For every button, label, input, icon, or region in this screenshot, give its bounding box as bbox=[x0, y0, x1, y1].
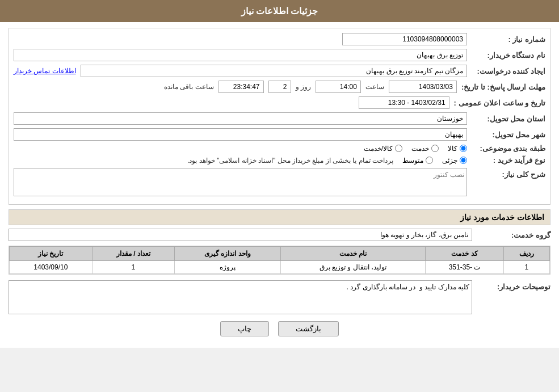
tarikh-saat-elan-label: تاریخ و ساعت اعلان عمومی : bbox=[454, 99, 545, 107]
main-form-section: شماره نیاز : نام دستگاه خریدار: ایجاد کن… bbox=[9, 28, 550, 205]
shomare-niaz-row: شماره نیاز : bbox=[14, 33, 545, 45]
col-nam-khedmat: نام خدمت bbox=[280, 247, 426, 261]
services-table-container: ردیف کد خدمت نام خدمت واحد اندازه گیری ت… bbox=[9, 246, 550, 275]
grohe-khedmat-row: گروه خدمت: bbox=[9, 229, 550, 241]
col-tedad: تعداد / مقدار bbox=[92, 247, 175, 261]
ijad-konande-row: ایجاد کننده درخواست: اطلاعات تماس خریدار bbox=[14, 65, 545, 77]
nam-dastgah-input[interactable] bbox=[14, 49, 467, 61]
sharh-koli-row: شرح کلی نیاز: bbox=[14, 168, 545, 196]
col-kod-khedmat: کد خدمت bbox=[426, 247, 503, 261]
noe-farayand-row: نوع فرآیند خرید : جزئی متوسط پرداخت تمام… bbox=[14, 156, 545, 165]
grohe-khedmat-label: گروه خدمت: bbox=[477, 231, 550, 239]
farayand-motevaset-option[interactable]: متوسط bbox=[402, 157, 433, 165]
farayand-motevaset-radio[interactable] bbox=[426, 157, 433, 164]
tosaziha-row: توصیحات خریدار: bbox=[9, 280, 550, 314]
tarikh-date-input[interactable] bbox=[389, 81, 457, 93]
page-title: جزئیات اطلاعات نیاز bbox=[241, 6, 318, 16]
baghimande-label: ساعت باقی مانده bbox=[164, 83, 214, 91]
tarikh-saat-elan-input[interactable] bbox=[359, 96, 449, 109]
mohlat-ersalrow: مهلت ارسال پاسخ: تا تاریخ: ساعت روز و سا… bbox=[14, 81, 545, 93]
tabaqe-kala-radio[interactable] bbox=[460, 145, 467, 152]
services-table: ردیف کد خدمت نام خدمت واحد اندازه گیری ت… bbox=[9, 246, 550, 274]
tosaziha-textarea[interactable] bbox=[9, 280, 472, 314]
shahr-mahal-row: شهر محل تحویل: bbox=[14, 128, 545, 141]
tabaqe-khedmat-option[interactable]: خدمت bbox=[411, 145, 439, 153]
content-area: شماره نیاز : نام دستگاه خریدار: ایجاد کن… bbox=[0, 22, 559, 348]
tarikh-saat-elan-row: تاریخ و ساعت اعلان عمومی : bbox=[14, 96, 545, 109]
col-vahed: واحد اندازه گیری bbox=[175, 247, 280, 261]
table-row: 1ت -35-351تولید، انتقال و توزیع برقپروژه… bbox=[10, 261, 550, 274]
back-button[interactable]: بازگشت bbox=[278, 321, 339, 336]
shahr-mahal-label: شهر محل تحویل: bbox=[472, 130, 545, 139]
ettelaat-tamas-link[interactable]: اطلاعات تماس خریدار bbox=[14, 67, 76, 75]
baghimande-input[interactable] bbox=[218, 81, 264, 93]
tabaqe-kala-khedmat-option[interactable]: کالا/خدمت bbox=[364, 145, 402, 153]
sharh-koli-textarea[interactable] bbox=[14, 168, 467, 196]
mohlat-ersal-label: مهلت ارسال پاسخ: تا تاریخ: bbox=[461, 83, 545, 91]
col-radif: ردیف bbox=[503, 247, 549, 261]
saat-label: ساعت bbox=[365, 83, 384, 91]
nam-dastgah-label: نام دستگاه خریدار: bbox=[472, 51, 545, 60]
farayand-jozii-radio[interactable] bbox=[460, 157, 467, 164]
page-header: جزئیات اطلاعات نیاز bbox=[0, 0, 559, 22]
sharh-koli-label: شرح کلی نیاز: bbox=[472, 168, 545, 179]
tabaqe-kala-khedmat-radio[interactable] bbox=[395, 145, 402, 152]
col-tarikh: تاریخ نیاز bbox=[10, 247, 93, 261]
noe-farayand-radio-group: جزئی متوسط پرداخت تمام یا بخشی از مبلغ خ… bbox=[187, 157, 467, 165]
services-section: اطلاعات خدمات مورد نیاز گروه خدمت: ردیف … bbox=[9, 209, 550, 314]
roz-label: روز و bbox=[296, 83, 311, 91]
tosaziha-label: توصیحات خریدار: bbox=[477, 280, 550, 291]
services-title: اطلاعات خدمات مورد نیاز bbox=[9, 209, 550, 225]
tabaqe-khedmat-radio[interactable] bbox=[431, 145, 439, 152]
tabaqe-bandi-label: طبقه بندی موضوعی: bbox=[472, 144, 545, 153]
shomare-niaz-input[interactable] bbox=[342, 33, 467, 45]
saat-input[interactable] bbox=[316, 81, 361, 93]
noe-farayand-desc: پرداخت تمام یا بخشی از مبلغ خریداز محل "… bbox=[187, 157, 393, 165]
buttons-row: بازگشت چاپ bbox=[9, 321, 550, 336]
farayand-jozii-option[interactable]: جزئی bbox=[442, 157, 467, 165]
tabaqe-kala-option[interactable]: کالا bbox=[448, 145, 467, 153]
page-container: جزئیات اطلاعات نیاز شماره نیاز : نام دست… bbox=[0, 0, 559, 348]
shomare-niaz-label: شماره نیاز : bbox=[472, 35, 545, 44]
ostan-mahal-label: استان محل تحویل: bbox=[472, 115, 545, 123]
ijad-konande-label: ایجاد کننده درخواست: bbox=[472, 67, 545, 75]
ostan-mahal-input[interactable] bbox=[14, 112, 467, 125]
nam-dastgah-row: نام دستگاه خریدار: bbox=[14, 49, 545, 61]
tabaqe-bandi-row: طبقه بندی موضوعی: کالا خدمت کالا/خدمت bbox=[14, 144, 545, 153]
ostan-mahal-row: استان محل تحویل: bbox=[14, 112, 545, 125]
table-header-row: ردیف کد خدمت نام خدمت واحد اندازه گیری ت… bbox=[10, 247, 550, 261]
tabaqe-bandi-radio-group: کالا خدمت کالا/خدمت bbox=[364, 145, 467, 153]
noe-farayand-label: نوع فرآیند خرید : bbox=[472, 156, 545, 165]
print-button[interactable]: چاپ bbox=[220, 321, 269, 336]
ijad-konande-input[interactable] bbox=[81, 65, 467, 77]
shahr-mahal-input[interactable] bbox=[14, 128, 467, 141]
roz-input[interactable] bbox=[268, 81, 291, 93]
grohe-khedmat-input[interactable] bbox=[9, 229, 472, 241]
